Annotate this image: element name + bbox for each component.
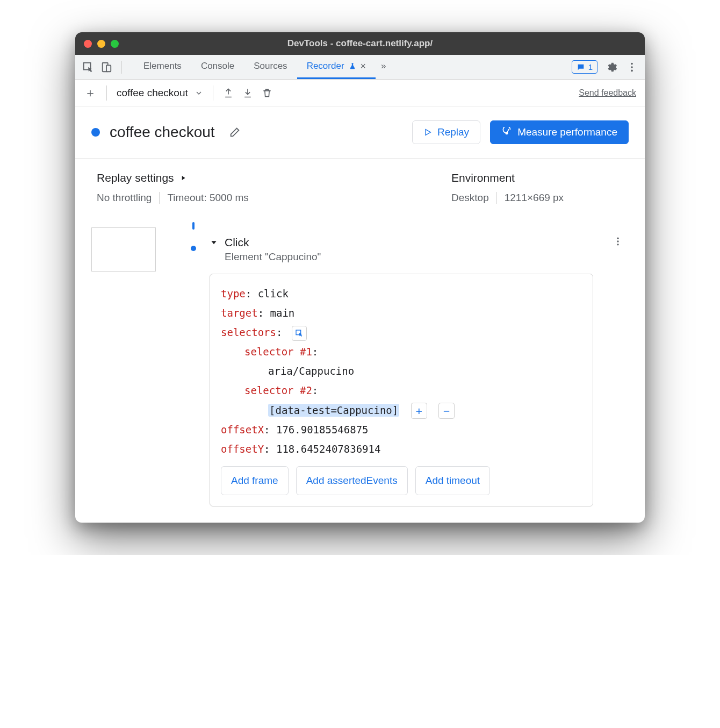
key-target: target bbox=[221, 307, 258, 319]
recording-title: coffee checkout bbox=[110, 124, 215, 141]
edit-title-icon[interactable] bbox=[229, 126, 241, 138]
svg-point-8 bbox=[617, 240, 618, 242]
recording-indicator bbox=[91, 128, 100, 137]
trash-icon[interactable] bbox=[262, 88, 272, 98]
environment-title: Environment bbox=[451, 172, 623, 184]
viewport-value: 1211×669 px bbox=[505, 192, 564, 204]
inspect-icon[interactable] bbox=[82, 61, 95, 74]
tabbar-left bbox=[82, 61, 132, 74]
val-selector-1[interactable]: aria/Cappucino bbox=[268, 365, 354, 377]
tabbar-right: 1 bbox=[572, 60, 638, 74]
replay-settings: Replay settings No throttling Timeout: 5… bbox=[97, 172, 451, 204]
tab-label: Sources bbox=[254, 61, 287, 72]
svg-point-4 bbox=[631, 66, 633, 68]
svg-point-6 bbox=[506, 132, 507, 134]
tab-recorder[interactable]: Recorder × bbox=[297, 55, 376, 79]
settings-row: Replay settings No throttling Timeout: 5… bbox=[75, 159, 645, 220]
tab-overflow[interactable]: » bbox=[376, 55, 391, 79]
tab-label: Recorder bbox=[307, 61, 344, 72]
divider bbox=[159, 192, 160, 204]
replay-settings-toggle[interactable]: Replay settings bbox=[97, 172, 451, 184]
recorder-toolbar: ＋ coffee checkout Send feedback bbox=[75, 80, 645, 106]
import-icon[interactable] bbox=[242, 88, 253, 98]
environment-values: Desktop 1211×669 px bbox=[451, 192, 623, 204]
devtools-window: DevTools - coffee-cart.netlify.app/ Elem… bbox=[75, 32, 645, 523]
device-toggle-icon[interactable] bbox=[100, 61, 113, 74]
svg-point-5 bbox=[631, 69, 633, 72]
tab-label: Elements bbox=[143, 61, 182, 72]
measure-performance-button[interactable]: Measure performance bbox=[490, 120, 629, 144]
messages-count: 1 bbox=[588, 62, 593, 72]
add-timeout-button[interactable]: Add timeout bbox=[415, 466, 490, 495]
val-target[interactable]: main bbox=[270, 307, 295, 319]
recording-header: coffee checkout Replay Measure performan… bbox=[75, 106, 645, 158]
add-selector-button[interactable]: + bbox=[411, 403, 427, 419]
close-window-button[interactable] bbox=[84, 40, 92, 48]
replay-settings-values: No throttling Timeout: 5000 ms bbox=[97, 192, 451, 204]
zoom-window-button[interactable] bbox=[111, 40, 119, 48]
svg-rect-2 bbox=[106, 65, 111, 72]
key-selector-2: selector #2 bbox=[244, 384, 312, 396]
toolbar-actions bbox=[223, 88, 272, 98]
tab-sources[interactable]: Sources bbox=[244, 55, 297, 79]
close-tab-icon[interactable]: × bbox=[361, 61, 366, 72]
key-selectors: selectors bbox=[221, 326, 276, 338]
key-offsetx: offsetX bbox=[221, 424, 264, 436]
overflow-label: » bbox=[381, 61, 386, 72]
chevron-down-icon[interactable] bbox=[195, 89, 203, 97]
tab-label: Console bbox=[201, 61, 234, 72]
window-title: DevTools - coffee-cart.netlify.app/ bbox=[75, 38, 645, 49]
divider bbox=[106, 85, 107, 101]
add-assertedevents-button[interactable]: Add assertedEvents bbox=[296, 466, 408, 495]
val-selector-2[interactable]: [data-test=Cappucino] bbox=[268, 404, 399, 417]
timeline: Click Element "Cappucino" type: click ta… bbox=[75, 220, 645, 523]
messages-badge[interactable]: 1 bbox=[572, 60, 597, 74]
val-offsetx[interactable]: 176.90185546875 bbox=[276, 424, 369, 436]
remove-selector-button[interactable]: − bbox=[438, 403, 455, 419]
divider bbox=[121, 61, 122, 74]
step-header[interactable]: Click Element "Cappucino" bbox=[210, 236, 629, 263]
val-type[interactable]: click bbox=[258, 288, 289, 299]
replay-button[interactable]: Replay bbox=[412, 120, 480, 144]
val-offsety[interactable]: 118.6452407836914 bbox=[276, 443, 380, 455]
minimize-window-button[interactable] bbox=[97, 40, 105, 48]
traffic-lights bbox=[84, 40, 119, 48]
selector-picker-icon[interactable] bbox=[292, 326, 307, 341]
thumbnail-column bbox=[91, 225, 177, 506]
step-body: type: click target: main selectors: sele… bbox=[210, 274, 593, 506]
titlebar: DevTools - coffee-cart.netlify.app/ bbox=[75, 32, 645, 55]
timeline-marker bbox=[187, 225, 200, 251]
step-menu-icon[interactable] bbox=[613, 236, 629, 247]
svg-point-3 bbox=[631, 62, 633, 65]
send-feedback-link[interactable]: Send feedback bbox=[579, 88, 636, 98]
flask-icon bbox=[349, 62, 356, 70]
section-title: Environment bbox=[451, 172, 515, 184]
step-thumbnail bbox=[91, 227, 156, 272]
button-label: Replay bbox=[437, 126, 469, 138]
export-icon[interactable] bbox=[223, 88, 234, 98]
section-title: Replay settings bbox=[97, 172, 174, 184]
caret-down-icon bbox=[210, 238, 218, 247]
timeout-value: Timeout: 5000 ms bbox=[167, 192, 248, 204]
tab-console[interactable]: Console bbox=[191, 55, 244, 79]
tab-elements[interactable]: Elements bbox=[134, 55, 191, 79]
key-offsety: offsetY bbox=[221, 443, 264, 455]
environment: Environment Desktop 1211×669 px bbox=[451, 172, 623, 204]
throttling-value: No throttling bbox=[97, 192, 152, 204]
kebab-icon[interactable] bbox=[625, 61, 638, 74]
gear-icon[interactable] bbox=[605, 61, 618, 74]
add-frame-button[interactable]: Add frame bbox=[221, 466, 289, 495]
divider bbox=[213, 85, 213, 101]
device-value: Desktop bbox=[451, 192, 489, 204]
step-column: Click Element "Cappucino" type: click ta… bbox=[210, 225, 629, 506]
key-selector-1: selector #1 bbox=[244, 346, 312, 358]
step-subtitle: Element "Cappucino" bbox=[225, 251, 321, 263]
new-recording-button[interactable]: ＋ bbox=[84, 87, 97, 99]
key-type: type bbox=[221, 288, 246, 299]
svg-point-9 bbox=[617, 244, 618, 245]
step-title: Click bbox=[225, 236, 321, 249]
recording-selector[interactable]: coffee checkout bbox=[117, 87, 188, 99]
panel-tabs: Elements Console Sources Recorder × » bbox=[134, 55, 392, 79]
tabbar: Elements Console Sources Recorder × » 1 bbox=[75, 55, 645, 80]
divider bbox=[496, 192, 497, 204]
